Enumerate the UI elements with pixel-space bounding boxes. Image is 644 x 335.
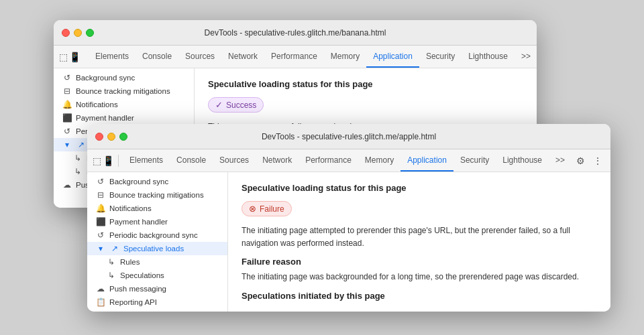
sidebar-speculative-loads-2[interactable]: ▾ ↗ Speculative loads — [87, 242, 227, 255]
tab-application-2[interactable]: Application — [400, 149, 453, 172]
push-messaging-icon: ☁ — [62, 180, 72, 190]
speculative-loads-arrow-icon-2: ↗ — [109, 244, 120, 253]
sidebar-reporting-api-2[interactable]: 📋 Reporting API — [87, 295, 227, 309]
sidebar-periodic-sync-2[interactable]: ↺ Periodic background sync — [87, 228, 227, 242]
tab-more-2[interactable]: >> — [549, 149, 572, 172]
sidebar-notifications-1[interactable]: 🔔 Notifications — [54, 98, 194, 111]
close-button-2[interactable] — [95, 133, 103, 141]
inspect-icon-2[interactable]: ⬚ — [93, 153, 101, 168]
sidebar-2: ↺ Background sync ⊟ Bounce tracking miti… — [87, 172, 228, 312]
panel-description-2: The initiating page attempted to prerend… — [241, 224, 597, 250]
failure-icon: ⊗ — [249, 204, 256, 214]
tab-network-2[interactable]: Network — [256, 149, 299, 172]
more-icon-2[interactable]: ⋮ — [590, 153, 605, 168]
rules-icon: ↳ — [72, 153, 83, 163]
sidebar-label: Bounce tracking mitigations — [109, 191, 204, 199]
sidebar-label: Reporting API — [109, 298, 157, 306]
tab-more-1[interactable]: >> — [515, 46, 537, 68]
tab-lighthouse-1[interactable]: Lighthouse — [462, 46, 515, 68]
speculative-loads-icon-2: ▾ — [95, 244, 106, 253]
window-title-1: DevTools - speculative-rules.glitch.me/b… — [205, 28, 386, 38]
tab-elements-2[interactable]: Elements — [123, 149, 170, 172]
sidebar-payment-1[interactable]: ⬛ Payment handler — [54, 111, 194, 125]
sidebar-speculations-2[interactable]: ↳ Speculations — [87, 269, 227, 282]
sidebar-payment-2[interactable]: ⬛ Payment handler — [87, 215, 227, 228]
inspect-icon[interactable]: ⬚ — [59, 50, 68, 64]
periodic-sync-icon-2: ↺ — [95, 230, 106, 240]
sidebar-label: Background sync — [76, 74, 135, 82]
close-button-1[interactable] — [62, 29, 70, 37]
settings-icon-2[interactable]: ⚙ — [573, 153, 588, 168]
toolbar-2: ⬚ 📱 Elements Console Sources Network Per… — [87, 149, 610, 172]
sidebar-label: Payment handler — [76, 114, 134, 122]
toolbar-1: ⬚ 📱 Elements Console Sources Network Per… — [54, 46, 537, 68]
sidebar-label: Background sync — [109, 178, 168, 186]
toolbar-right-2: ⚙ ⋮ — [573, 153, 605, 168]
sidebar-label: Push messaging — [109, 285, 166, 293]
speculative-loads-icon: ▾ — [62, 140, 72, 149]
panel-title-2: Speculative loading status for this page — [241, 183, 597, 193]
sidebar-label: Rules — [120, 258, 140, 266]
sidebar-label: Bounce tracking mitigations — [76, 87, 170, 95]
tab-memory-1[interactable]: Memory — [324, 46, 366, 68]
payment-icon: ⬛ — [62, 113, 72, 123]
speculations-icon: ↳ — [72, 167, 83, 176]
devtools-window-2: DevTools - speculative-rules.glitch.me/a… — [87, 124, 610, 312]
reporting-api-icon: 📋 — [95, 297, 106, 307]
tab-elements-1[interactable]: Elements — [89, 46, 136, 68]
failure-reason-title: Failure reason — [241, 257, 597, 267]
success-icon: ✓ — [215, 100, 223, 110]
tab-application-1[interactable]: Application — [366, 46, 419, 68]
device-icon[interactable]: 📱 — [69, 50, 80, 64]
status-label-2: Failure — [260, 204, 284, 214]
device-icon-2[interactable]: 📱 — [103, 153, 114, 168]
rules-icon-2: ↳ — [106, 257, 117, 267]
sidebar-push-messaging-2[interactable]: ☁ Push messaging — [87, 282, 227, 295]
notifications-icon: 🔔 — [62, 100, 72, 109]
maximize-button-2[interactable] — [119, 133, 127, 141]
tab-sources-2[interactable]: Sources — [213, 149, 256, 172]
main-content-2: ↺ Background sync ⊟ Bounce tracking miti… — [87, 172, 610, 312]
failure-reason-text: The initiating page was backgrounded for… — [241, 271, 597, 283]
tab-lighthouse-2[interactable]: Lighthouse — [496, 149, 549, 172]
sidebar-background-sync-1[interactable]: ↺ Background sync — [54, 71, 194, 84]
tab-sources-1[interactable]: Sources — [178, 46, 221, 68]
sidebar-label: Speculative loads — [123, 245, 184, 253]
sidebar-bounce-tracking-1[interactable]: ⊟ Bounce tracking mitigations — [54, 84, 194, 98]
tab-console-2[interactable]: Console — [170, 149, 213, 172]
sidebar-label: Notifications — [76, 100, 118, 109]
sidebar-rules-2[interactable]: ↳ Rules — [87, 255, 227, 269]
status-label-1: Success — [226, 100, 256, 110]
tab-security-2[interactable]: Security — [453, 149, 496, 172]
minimize-button-2[interactable] — [107, 133, 115, 141]
sidebar-label: Frames — [109, 311, 136, 312]
push-messaging-icon-2: ☁ — [95, 284, 106, 293]
tab-performance-1[interactable]: Performance — [264, 46, 324, 68]
sidebar-background-sync-2[interactable]: ↺ Background sync — [87, 175, 227, 188]
tab-memory-2[interactable]: Memory — [358, 149, 400, 172]
maximize-button-1[interactable] — [86, 29, 94, 37]
sidebar-label: Notifications — [109, 204, 152, 212]
bounce-icon-2: ⊟ — [95, 190, 106, 200]
sidebar-bounce-tracking-2[interactable]: ⊟ Bounce tracking mitigations — [87, 188, 227, 202]
traffic-lights-1 — [62, 29, 94, 37]
tab-performance-2[interactable]: Performance — [299, 149, 358, 172]
tab-network-1[interactable]: Network — [221, 46, 264, 68]
speculative-loads-arrow-icon: ↗ — [76, 140, 87, 149]
payment-icon-2: ⬛ — [95, 217, 106, 226]
toolbar-divider-2 — [118, 155, 119, 167]
tab-security-1[interactable]: Security — [419, 46, 462, 68]
tab-console-1[interactable]: Console — [136, 46, 178, 68]
panel-2: Speculative loading status for this page… — [228, 172, 610, 312]
sidebar-label: Periodic background sync — [109, 231, 198, 239]
tab-bar-2: Elements Console Sources Network Perform… — [123, 149, 572, 172]
window-title-2: DevTools - speculative-rules.glitch.me/a… — [262, 132, 436, 141]
status-badge-success: ✓ Success — [208, 97, 264, 113]
sidebar-notifications-2[interactable]: 🔔 Notifications — [87, 202, 227, 215]
background-sync-icon-2: ↺ — [95, 177, 106, 186]
speculations-title: Speculations initiated by this page — [241, 291, 597, 301]
sidebar-label: Payment handler — [109, 218, 168, 226]
minimize-button-1[interactable] — [74, 29, 82, 37]
sidebar-frames-2[interactable]: Frames — [87, 309, 227, 312]
status-badge-failure: ⊗ Failure — [241, 201, 292, 216]
